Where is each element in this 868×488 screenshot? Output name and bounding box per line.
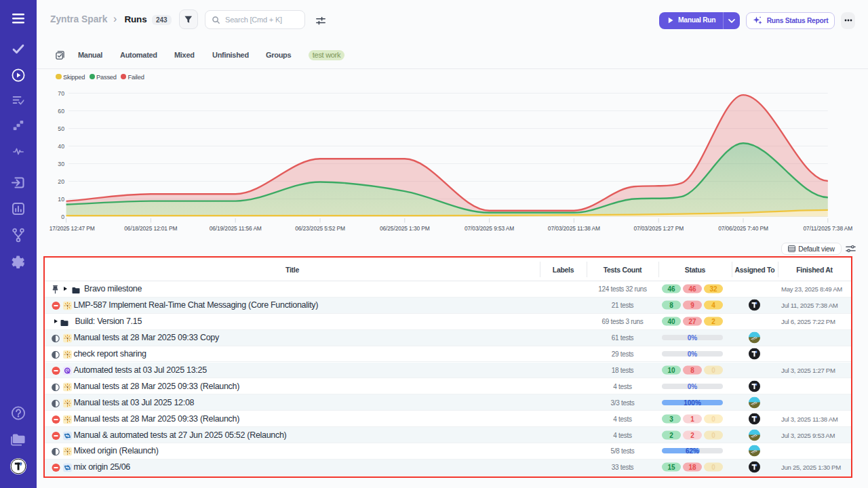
svg-text:07/11/2025 7:38 AM: 07/11/2025 7:38 AM: [804, 225, 853, 232]
svg-text:60: 60: [58, 108, 64, 115]
svg-text:06/25/2025 1:30 PM: 06/25/2025 1:30 PM: [380, 225, 430, 232]
svg-text:06/19/2025 11:56 AM: 06/19/2025 11:56 AM: [210, 225, 262, 232]
svg-text:10: 10: [58, 196, 64, 203]
svg-text:50: 50: [58, 125, 64, 132]
svg-text:20: 20: [58, 178, 64, 185]
svg-text:70: 70: [58, 90, 64, 97]
svg-text:07/06/2025 7:40 PM: 07/06/2025 7:40 PM: [718, 225, 768, 232]
svg-text:06/23/2025 5:52 PM: 06/23/2025 5:52 PM: [295, 225, 345, 232]
svg-text:07/03/2025 11:38 AM: 07/03/2025 11:38 AM: [548, 225, 600, 232]
svg-text:07/03/2025 1:27 PM: 07/03/2025 1:27 PM: [633, 225, 684, 232]
svg-text:07/03/2025 9:53 AM: 07/03/2025 9:53 AM: [465, 225, 514, 232]
svg-text:0: 0: [61, 214, 64, 220]
svg-text:30: 30: [58, 161, 64, 167]
svg-text:17/2025 12:47 PM: 17/2025 12:47 PM: [50, 225, 95, 232]
svg-text:40: 40: [58, 143, 64, 150]
svg-text:06/18/2025 12:01 PM: 06/18/2025 12:01 PM: [124, 225, 177, 232]
